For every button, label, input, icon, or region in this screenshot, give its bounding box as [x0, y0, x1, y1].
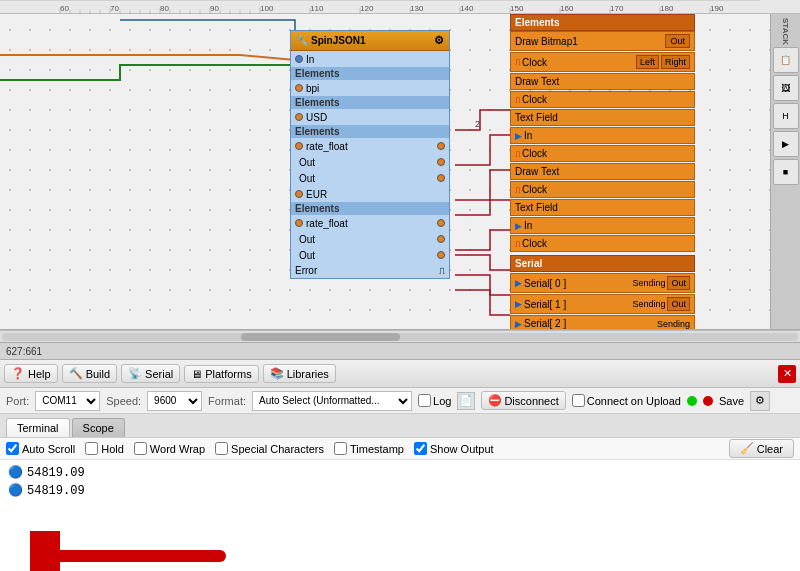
- right-port-label: Right: [661, 55, 690, 69]
- hold-label[interactable]: Hold: [85, 442, 124, 455]
- close-button[interactable]: ✕: [778, 365, 796, 383]
- toolbar-right: ✕: [778, 365, 796, 383]
- disconnect-label: Disconnect: [504, 395, 558, 407]
- port-label-out-blank: Out: [299, 173, 315, 184]
- node-settings-icon[interactable]: ⚙: [434, 34, 444, 47]
- show-output-label[interactable]: Show Output: [414, 442, 494, 455]
- svg-text:190: 190: [710, 4, 724, 13]
- in-label-1: In: [524, 130, 532, 141]
- draw-bitmap-row: Draw Bitmap1 Out: [510, 31, 695, 51]
- port-label-usd: USD: [306, 112, 327, 123]
- section-elements-rate: Elements: [291, 125, 449, 138]
- word-wrap-checkbox[interactable]: [134, 442, 147, 455]
- port-select[interactable]: COM11: [35, 391, 100, 411]
- disconnect-button[interactable]: ⛔ Disconnect: [481, 391, 565, 410]
- log-checkbox-label[interactable]: Log: [418, 394, 451, 407]
- port-label-bpi: bpi: [306, 83, 319, 94]
- tab-terminal-label: Terminal: [17, 422, 59, 434]
- clock-label-1: Clock: [522, 57, 547, 68]
- svg-text:120: 120: [360, 4, 374, 13]
- lr-ports: Left Right: [636, 55, 690, 69]
- speed-select[interactable]: 9600: [147, 391, 202, 411]
- timestamp-label[interactable]: Timestamp: [334, 442, 404, 455]
- platforms-button[interactable]: 🖥 Platforms: [184, 365, 258, 383]
- port-out-blank: Out: [291, 170, 449, 186]
- libraries-button[interactable]: 📚 Libraries: [263, 364, 336, 383]
- stack-item-1[interactable]: 📋: [773, 47, 799, 73]
- help-label: Help: [28, 368, 51, 380]
- auto-scroll-label[interactable]: Auto Scroll: [6, 442, 75, 455]
- scrollbar-thumb[interactable]: [241, 333, 400, 341]
- build-button[interactable]: 🔨 Build: [62, 364, 117, 383]
- canvas-scrollbar[interactable]: [0, 330, 800, 342]
- connect-upload-label[interactable]: Connect on Upload: [572, 394, 681, 407]
- svg-text:130: 130: [410, 4, 424, 13]
- log-checkbox[interactable]: [418, 394, 431, 407]
- error-icon: ⎍: [439, 265, 445, 276]
- save-btn[interactable]: Save: [719, 395, 744, 407]
- auto-scroll-text: Auto Scroll: [22, 443, 75, 455]
- stack-item-3[interactable]: H: [773, 103, 799, 129]
- led-green: [687, 396, 697, 406]
- format-select[interactable]: Auto Select (Unformatted...: [252, 391, 412, 411]
- hold-checkbox[interactable]: [85, 442, 98, 455]
- ruler-top: // Draw ruler ticks via inline approach …: [0, 0, 800, 14]
- help-icon: ❓: [11, 367, 25, 380]
- main-toolbar: ❓ Help 🔨 Build 📡 Serial 🖥 Platforms 📚 Li…: [0, 360, 800, 388]
- connect-upload-text: Connect on Upload: [587, 395, 681, 407]
- text-field-label-2: Text Field: [515, 202, 558, 213]
- stack-item-5[interactable]: ■: [773, 159, 799, 185]
- serial-2-label: Serial[ 2 ]: [524, 318, 566, 329]
- timestamp-checkbox[interactable]: [334, 442, 347, 455]
- status-bar: 627:661: [0, 342, 800, 360]
- serial-1-out: Out: [667, 297, 690, 311]
- show-output-text: Show Output: [430, 443, 494, 455]
- word-wrap-text: Word Wrap: [150, 443, 205, 455]
- in-label-2: In: [524, 220, 532, 231]
- help-button[interactable]: ❓ Help: [4, 364, 58, 383]
- svg-text:2: 2: [475, 119, 480, 129]
- word-wrap-label[interactable]: Word Wrap: [134, 442, 205, 455]
- stack-item-2[interactable]: 🖼: [773, 75, 799, 101]
- port-label-out1: Out: [299, 157, 315, 168]
- clock-icon-1: ⎍: [515, 57, 520, 67]
- in-icon-2: ▶: [515, 221, 522, 231]
- serial-button[interactable]: 📡 Serial: [121, 364, 180, 383]
- port-dot-bpi: [295, 84, 303, 92]
- clear-label: Clear: [757, 443, 783, 455]
- libraries-icon: 📚: [270, 367, 284, 380]
- port-out1: Out: [291, 154, 449, 170]
- text-field-row-2: Text Field: [510, 199, 695, 216]
- special-chars-checkbox[interactable]: [215, 442, 228, 455]
- section-elements-bpi: Elements: [291, 67, 449, 80]
- svg-text:170: 170: [610, 4, 624, 13]
- serial-0-icon: ▶: [515, 278, 522, 288]
- terminal-output[interactable]: 🔵 54819.09 🔵 54819.09: [0, 460, 800, 571]
- section-elements-eur: Elements: [291, 202, 449, 215]
- svg-text:140: 140: [460, 4, 474, 13]
- serial-2-sending: Sending: [657, 319, 690, 329]
- auto-scroll-checkbox[interactable]: [6, 442, 19, 455]
- led-red: [703, 396, 713, 406]
- settings-btn[interactable]: ⚙: [750, 391, 770, 411]
- tab-terminal[interactable]: Terminal: [6, 418, 70, 437]
- stack-label: STACK: [781, 18, 790, 45]
- tab-scope[interactable]: Scope: [72, 418, 125, 437]
- platforms-label: Platforms: [205, 368, 251, 380]
- clock-icon-3: ⎍: [515, 149, 520, 159]
- out-port: Out: [665, 34, 690, 48]
- scrollbar-track[interactable]: [2, 333, 798, 341]
- svg-text:90: 90: [210, 4, 219, 13]
- special-chars-label[interactable]: Special Characters: [215, 442, 324, 455]
- port-label-out3: Out: [299, 250, 315, 261]
- port-dot-in: [295, 55, 303, 63]
- disconnect-icon: ⛔: [488, 394, 502, 407]
- port-dot-rate: [295, 142, 303, 150]
- clock-icon-4: ⎍: [515, 185, 520, 195]
- clear-button[interactable]: 🧹 Clear: [729, 439, 794, 458]
- platforms-icon: 🖥: [191, 368, 202, 380]
- connect-upload-checkbox[interactable]: [572, 394, 585, 407]
- show-output-checkbox[interactable]: [414, 442, 427, 455]
- serial-2-icon: ▶: [515, 319, 522, 329]
- stack-item-4[interactable]: ▶: [773, 131, 799, 157]
